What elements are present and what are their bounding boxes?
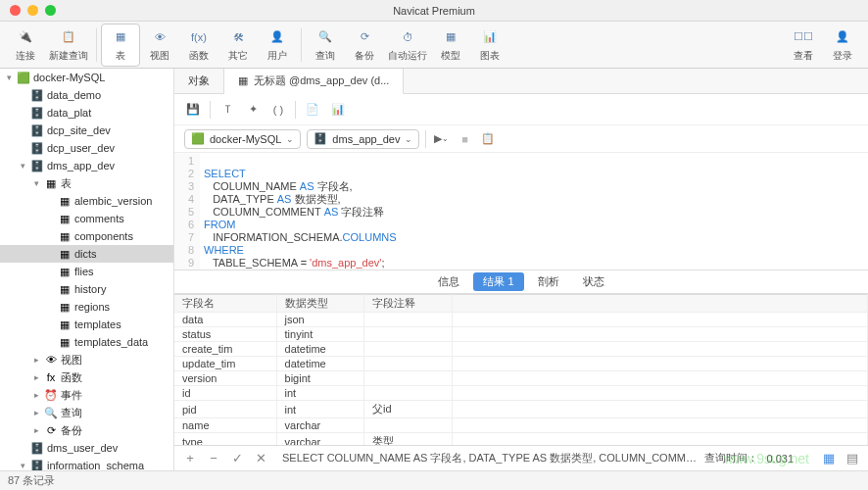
toolbar-chart[interactable]: 📊图表 (470, 24, 509, 67)
code-area[interactable]: SELECT COLUMN_NAME AS 字段名, DATA_TYPE AS … (200, 153, 868, 270)
tab-query[interactable]: ▦无标题 @dms_app_dev (d... (224, 69, 404, 94)
table-dicts[interactable]: ▦dicts (0, 245, 173, 263)
section-视图[interactable]: ▸👁视图 (0, 351, 173, 368)
db-dcp_user_dev[interactable]: 🗄️dcp_user_dev (0, 139, 173, 157)
cell[interactable]: version (174, 371, 276, 386)
expand-icon[interactable]: ▸ (31, 372, 41, 382)
cell[interactable]: bigint (276, 371, 363, 386)
braces-icon[interactable]: ( ) (269, 101, 287, 119)
cell[interactable]: type (174, 433, 276, 446)
cell[interactable]: tinyint (276, 327, 363, 342)
sql-editor[interactable]: 12345678910 SELECT COLUMN_NAME AS 字段名, D… (174, 153, 868, 270)
beautify-icon[interactable]: ✦ (244, 101, 262, 119)
cell[interactable]: pid (174, 401, 276, 418)
db-dms_app_dev[interactable]: ▾🗄️dms_app_dev (0, 157, 173, 174)
format-icon[interactable]: Ｔ (218, 101, 236, 119)
table-row[interactable]: datajson (174, 313, 868, 327)
expand-icon[interactable] (45, 302, 55, 312)
expand-icon[interactable] (45, 319, 55, 329)
expand-icon[interactable] (18, 90, 27, 100)
server-dropdown[interactable]: 🟩 docker-MySQL ⌄ (184, 129, 301, 149)
add-row-button[interactable]: + (182, 451, 198, 466)
run-button[interactable]: ▶⌄ (432, 130, 450, 148)
toolbar-login[interactable]: 👤登录 (823, 24, 862, 67)
expand-icon[interactable] (18, 108, 27, 118)
table-alembic_version[interactable]: ▦alembic_version (0, 192, 173, 210)
cell[interactable] (364, 357, 452, 371)
table-row[interactable]: pidint父id (174, 401, 868, 418)
cell[interactable] (364, 418, 452, 433)
expand-icon[interactable]: ▾ (4, 73, 14, 82)
db-dms_user_dev[interactable]: 🗄️dms_user_dev (0, 439, 173, 457)
expand-icon[interactable] (45, 337, 55, 347)
export-icon[interactable]: 📄 (304, 101, 321, 119)
toolbar-view[interactable]: 👁视图 (140, 24, 179, 67)
section-备份[interactable]: ▸⟳备份 (0, 421, 173, 439)
col-header[interactable]: 字段名 (174, 295, 276, 313)
grid-view-icon[interactable]: ▦ (821, 451, 837, 466)
toolbar-other[interactable]: 🛠其它 (218, 24, 258, 67)
delete-row-button[interactable]: − (206, 451, 221, 466)
conn-root[interactable]: ▾🟩docker-MySQL (0, 69, 173, 86)
maximize-icon[interactable] (45, 5, 56, 16)
cell[interactable]: datetime (276, 342, 363, 357)
toolbar-view-mode[interactable]: ☐☐查看 (784, 24, 823, 67)
cell[interactable]: datetime (276, 357, 363, 371)
expand-icon[interactable]: ▸ (31, 390, 41, 400)
cell[interactable]: update_tim (174, 357, 276, 371)
table-row[interactable]: namevarchar (174, 418, 868, 433)
result-grid[interactable]: 字段名数据类型字段注释datajsonstatustinyintcreate_t… (174, 294, 868, 445)
cell[interactable]: varchar (276, 418, 363, 433)
toolbar-function[interactable]: f(x)函数 (179, 24, 218, 67)
toolbar-new-query[interactable]: 📋新建查询 (45, 24, 92, 67)
table-row[interactable]: create_timdatetime (174, 342, 868, 357)
expand-icon[interactable]: ▸ (31, 408, 41, 417)
apply-button[interactable]: ✓ (229, 451, 245, 466)
minimize-icon[interactable] (27, 5, 38, 16)
cell[interactable]: json (276, 313, 363, 327)
cell[interactable]: name (174, 418, 276, 433)
col-header[interactable]: 字段注释 (364, 295, 452, 313)
result-tab-3[interactable]: 状态 (573, 272, 614, 291)
table-flies[interactable]: ▦flies (0, 263, 173, 280)
expand-icon[interactable] (45, 214, 55, 223)
db-data_plat[interactable]: 🗄️data_plat (0, 104, 173, 122)
result-tab-2[interactable]: 剖析 (528, 272, 569, 291)
expand-icon[interactable] (45, 249, 55, 259)
cell[interactable] (364, 371, 452, 386)
table-history[interactable]: ▦history (0, 280, 173, 298)
section-查询[interactable]: ▸🔍查询 (0, 404, 173, 421)
table-components[interactable]: ▦components (0, 227, 173, 245)
close-icon[interactable] (10, 5, 21, 16)
expand-icon[interactable] (45, 284, 55, 294)
table-templates_data[interactable]: ▦templates_data (0, 333, 173, 351)
cell[interactable] (364, 342, 452, 357)
expand-icon[interactable]: ▾ (31, 178, 41, 188)
table-row[interactable]: idint (174, 386, 868, 401)
save-icon[interactable]: 💾 (184, 101, 202, 119)
database-dropdown[interactable]: 🗄️ dms_app_dev ⌄ (307, 129, 419, 149)
cell[interactable] (364, 313, 452, 327)
cell[interactable]: varchar (276, 433, 363, 446)
table-templates[interactable]: ▦templates (0, 316, 173, 333)
table-regions[interactable]: ▦regions (0, 298, 173, 316)
db-data_demo[interactable]: 🗄️data_demo (0, 86, 173, 104)
table-row[interactable]: update_timdatetime (174, 357, 868, 371)
result-tab-0[interactable]: 信息 (428, 272, 469, 291)
expand-icon[interactable] (45, 196, 55, 206)
cell[interactable]: status (174, 327, 276, 342)
toolbar-model[interactable]: ▦模型 (431, 24, 470, 67)
chart-icon[interactable]: 📊 (329, 101, 347, 119)
expand-icon[interactable] (45, 267, 55, 276)
table-row[interactable]: typevarchar类型 (174, 433, 868, 446)
toolbar-backup[interactable]: ⟳备份 (345, 24, 384, 67)
section-事件[interactable]: ▸⏰事件 (0, 386, 173, 404)
expand-icon[interactable]: ▾ (18, 461, 27, 470)
table-row[interactable]: versionbigint (174, 371, 868, 386)
db-dcp_site_dev[interactable]: 🗄️dcp_site_dev (0, 122, 173, 139)
cell[interactable]: id (174, 386, 276, 401)
cancel-button[interactable]: ✕ (253, 451, 268, 466)
cell[interactable]: create_tim (174, 342, 276, 357)
toolbar-connect[interactable]: 🔌连接 (6, 24, 45, 67)
expand-icon[interactable] (18, 143, 27, 153)
